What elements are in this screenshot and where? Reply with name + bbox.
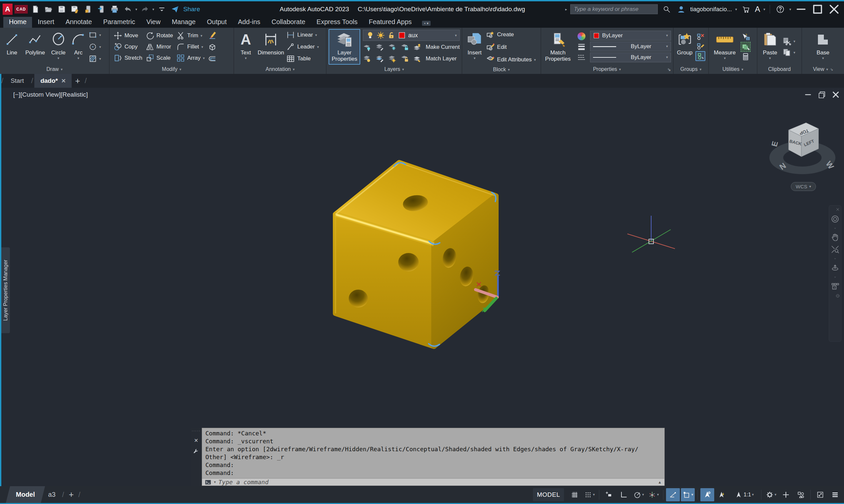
layer-dropdown-icon[interactable]: ▾ — [455, 34, 457, 37]
match-properties-button[interactable]: Match Properties — [543, 29, 573, 65]
ortho-mode-button[interactable] — [617, 488, 631, 501]
search-collapse-icon[interactable]: ▸ — [565, 7, 567, 11]
workspace-dropdown-icon[interactable]: ▾ — [775, 493, 777, 497]
object-snap-button[interactable]: ▾ — [681, 488, 695, 501]
linetype-dropdown[interactable]: ByLayer▾ — [590, 52, 671, 62]
table-button[interactable]: Table — [286, 53, 318, 64]
tab-view[interactable]: View — [141, 17, 166, 28]
layer-lock2-icon[interactable] — [400, 54, 409, 63]
ellipse-flyout-icon[interactable]: ▾ — [99, 45, 101, 49]
layer-color-swatch[interactable] — [398, 31, 406, 40]
new-drawing-tab-button[interactable]: + — [75, 76, 80, 86]
linear-flyout-icon[interactable]: ▾ — [315, 33, 317, 37]
isolate-objects-button[interactable] — [794, 488, 808, 501]
command-input[interactable] — [219, 479, 655, 486]
command-history[interactable]: Command: *Cancel* Command: _vscurrent En… — [202, 428, 665, 478]
isodraft-dropdown-icon[interactable]: ▾ — [657, 493, 659, 497]
workspace-switching-button[interactable]: ▾ — [764, 488, 778, 501]
scale-button[interactable]: Scale — [145, 52, 173, 64]
explode-button[interactable] — [208, 41, 217, 52]
view-launcher-icon[interactable]: ⇘ — [830, 68, 833, 71]
make-current-label[interactable]: Make Current — [426, 44, 460, 51]
text-button[interactable]: A Text ▾ — [236, 29, 255, 65]
cut-button[interactable]: ▾ — [782, 37, 795, 46]
search-icon[interactable] — [661, 4, 672, 15]
viewcube[interactable]: E N W TOP BACK LEFT — [769, 123, 836, 174]
circle-button[interactable]: Circle ▾ — [49, 29, 68, 65]
annotation-monitor-button[interactable] — [779, 488, 793, 501]
clean-screen-button[interactable] — [813, 488, 827, 501]
linear-dimension-button[interactable]: Linear▾ — [286, 29, 318, 40]
ellipse-button[interactable]: ▾ — [88, 41, 107, 52]
lineweight-dropdown[interactable]: ByLayer▾ — [590, 41, 671, 52]
annotation-autoscale-button[interactable] — [715, 488, 729, 501]
search-input[interactable] — [570, 4, 658, 14]
minimize-button[interactable] — [794, 3, 808, 16]
measure-button[interactable]: Measure ▾ — [711, 29, 739, 65]
file-tab-close-icon[interactable]: ✕ — [61, 77, 66, 85]
qat-customize-button[interactable] — [156, 4, 168, 15]
group-selection-toggle[interactable] — [695, 51, 705, 61]
app-store-cart-icon[interactable] — [740, 4, 752, 15]
base-button[interactable]: Base ▾ — [811, 29, 834, 65]
insert-flyout-icon[interactable]: ▾ — [474, 56, 476, 60]
panel-label-utilities[interactable]: Utilities▾ — [709, 65, 757, 74]
orbit-icon[interactable] — [831, 264, 839, 272]
layer-lock-tool-icon[interactable] — [400, 43, 409, 52]
arc-button[interactable]: Arc ▾ — [70, 29, 87, 65]
showmotion-icon[interactable] — [831, 282, 839, 291]
rectangle-flyout-icon[interactable]: ▾ — [99, 33, 101, 37]
block-create-button[interactable]: Create — [486, 29, 536, 40]
close-button[interactable] — [827, 3, 841, 16]
new-file-button[interactable] — [30, 4, 41, 15]
layer-unlock-icon[interactable] — [387, 31, 396, 40]
rotate-button[interactable]: Rotate — [145, 30, 173, 41]
tab-insert[interactable]: Insert — [32, 17, 60, 28]
panel-label-layers[interactable]: Layers▾ — [327, 65, 462, 74]
layout-tab-a3[interactable]: a3 — [43, 486, 61, 503]
group-button[interactable]: Group — [676, 29, 694, 65]
layer-thaw-icon[interactable] — [376, 31, 385, 40]
cut-flyout-icon[interactable]: ▾ — [793, 40, 795, 43]
annotation-scale-button[interactable]: 1:1▾ — [730, 488, 758, 501]
tab-manage[interactable]: Manage — [166, 17, 201, 28]
move-button[interactable]: Move — [114, 30, 142, 41]
leader-button[interactable]: Leader▾ — [286, 41, 318, 52]
properties-launcher-icon[interactable]: ⇘ — [667, 67, 671, 72]
navbar-flyout-icon[interactable] — [831, 227, 839, 230]
group-edit-icon[interactable] — [696, 42, 705, 51]
text-flyout-icon[interactable]: ▾ — [245, 56, 247, 60]
object-color-dropdown[interactable]: ByLayer▾ — [590, 31, 671, 40]
wcs-menu[interactable]: WCS▾ — [791, 182, 816, 191]
maximize-button[interactable] — [811, 3, 824, 16]
base-flyout-icon[interactable]: ▾ — [822, 56, 824, 60]
panel-label-clipboard[interactable]: Clipboard — [757, 65, 802, 74]
zoom-extents-icon[interactable] — [831, 245, 839, 254]
quick-calculator-icon[interactable] — [741, 52, 750, 61]
snap-mode-button[interactable]: ▾ — [583, 488, 596, 501]
block-edit-button[interactable]: Edit — [486, 41, 536, 53]
share-icon[interactable] — [169, 4, 180, 15]
trim-button[interactable]: Trim▾ — [176, 30, 205, 41]
drawing-canvas[interactable]: E N W TOP BACK LEFT — [0, 88, 844, 486]
rectangle-button[interactable]: ▾ — [88, 29, 107, 40]
annotation-scale-dropdown-icon[interactable]: ▾ — [752, 493, 754, 497]
trim-flyout-icon[interactable]: ▾ — [201, 34, 202, 38]
print-button[interactable] — [109, 4, 120, 15]
ribbon-display-toggle[interactable]: ▪▾ — [422, 21, 431, 26]
insert-button[interactable]: Insert ▾ — [464, 29, 485, 65]
tab-featured-apps[interactable]: Featured Apps — [363, 17, 417, 28]
stretch-button[interactable]: Stretch — [114, 52, 142, 64]
save-as-button[interactable] — [69, 4, 81, 15]
navigation-wheel-icon[interactable] — [831, 215, 839, 223]
redo-button[interactable] — [139, 4, 151, 15]
model-space-viewport[interactable]: E N W TOP BACK LEFT [−][Custom View][Rea… — [0, 88, 844, 486]
layer-isolate-tool-icon[interactable] — [376, 43, 384, 52]
layer-off-tool-icon[interactable] — [363, 43, 372, 52]
match-layer-icon[interactable] — [413, 54, 422, 63]
layer-on-icon[interactable] — [366, 31, 375, 40]
tab-collaborate[interactable]: Collaborate — [266, 17, 311, 28]
leader-flyout-icon[interactable]: ▾ — [317, 45, 319, 49]
tab-output[interactable]: Output — [201, 17, 232, 28]
edit-attributes-button[interactable]: Edit Attributes▾ — [486, 54, 536, 65]
